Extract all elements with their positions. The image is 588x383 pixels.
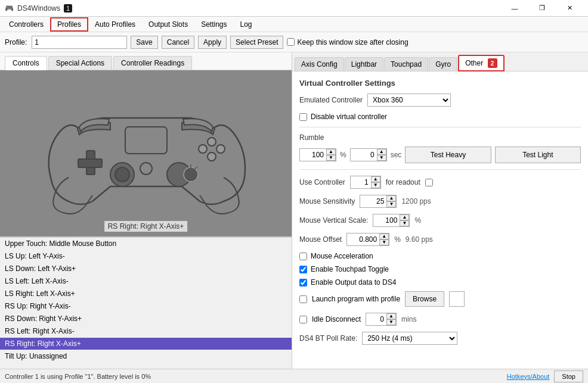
profile-label: Profile: [5,38,27,46]
rumble-heavy-unit: % [340,151,346,159]
vertical-scale-unit: % [414,216,421,225]
list-item[interactable]: LS Left: Left X-Axis- [0,275,292,288]
tab-controls[interactable]: Controls [5,56,47,70]
tab-other[interactable]: Other 2 [458,55,504,71]
menu-log[interactable]: Log [234,18,259,31]
idle-up[interactable]: ▲ [386,313,396,319]
use-controller-input[interactable] [350,176,371,189]
svg-point-7 [115,167,129,182]
menu-output-slots[interactable]: Output Slots [142,18,194,31]
tab-controller-readings[interactable]: Controller Readings [113,56,192,70]
save-button[interactable]: Save [131,36,157,49]
vertical-scale-down[interactable]: ▼ [400,220,409,226]
stop-button[interactable]: Stop [554,370,583,382]
profile-input[interactable] [32,36,127,49]
offset-input[interactable] [346,233,379,246]
readout-checkbox[interactable] [425,179,433,186]
poll-rate-select[interactable]: 250 Hz (4 ms) 500 Hz (2 ms) 1000 Hz (1 m… [362,332,457,345]
disable-virtual-row: Disable virtual controller [299,113,581,121]
menu-auto-profiles[interactable]: Auto Profiles [88,18,142,31]
for-readout-label: for readout [386,178,420,186]
menu-profiles[interactable]: Profiles [50,17,88,32]
keep-window-checkbox[interactable] [287,38,295,46]
list-item[interactable]: RS Up: Right Y-Axis- [0,300,292,313]
poll-rate-label: DS4 BT Poll Rate: [299,334,357,342]
output-ds4-label: Enable Output data to DS4 [311,278,396,287]
svg-point-4 [199,145,207,153]
maximize-button[interactable]: ❐ [528,2,556,14]
rumble-light-up[interactable]: ▲ [377,149,386,155]
use-controller-label: Use Controller [299,178,345,186]
sensitivity-up[interactable]: ▲ [386,195,396,201]
launch-program-checkbox[interactable] [299,295,307,303]
right-tab-bar: Axis Config Lightbar Touchpad Gyro Other… [292,52,588,71]
rumble-heavy-down[interactable]: ▼ [326,155,336,161]
rumble-title: Rumble [299,133,581,142]
window-controls: — ❐ ✕ [501,2,583,14]
offset-down[interactable]: ▼ [379,239,389,245]
disable-virtual-checkbox[interactable] [299,113,307,121]
touchpad-toggle-label: Enable Touchpad Toggle [311,265,389,273]
list-item[interactable]: LS Down: Left Y-Axis+ [0,263,292,275]
color-picker[interactable] [449,291,465,307]
virtual-controller-title: Virtual Controller Settings [299,79,581,88]
menu-settings[interactable]: Settings [194,18,233,31]
close-button[interactable]: ✕ [556,2,583,14]
minimize-button[interactable]: — [501,2,528,14]
browse-button[interactable]: Browse [405,291,444,307]
cancel-button[interactable]: Cancel [162,36,194,49]
emulated-controller-select[interactable]: Xbox 360 DualShock 4 [367,94,451,107]
mouse-accel-row: Mouse Acceleration [299,252,581,260]
test-heavy-button[interactable]: Test Heavy [405,147,491,163]
tab-lightbar[interactable]: Lightbar [345,57,383,71]
sensitivity-down[interactable]: ▼ [386,201,396,207]
list-item[interactable]: LS Right: Left X-Axis+ [0,288,292,300]
use-controller-up[interactable]: ▲ [371,176,380,182]
use-controller-down[interactable]: ▼ [371,182,380,188]
rumble-light-down[interactable]: ▼ [377,155,386,161]
controller-display: RS Right: Right X-Axis+ [0,70,292,237]
vertical-scale-input[interactable] [373,214,400,227]
select-preset-button[interactable]: Select Preset [230,36,283,49]
rumble-heavy-up[interactable]: ▲ [326,149,336,155]
bindings-list: Upper Touch: Middle Mouse Button LS Up: … [0,237,292,369]
sensitivity-input[interactable] [360,195,386,208]
status-bar: Controller 1 is using Profile "1". Batte… [0,369,588,383]
menu-controllers[interactable]: Controllers [2,18,50,31]
tab-special-actions[interactable]: Special Actions [48,56,112,70]
vertical-scale-up[interactable]: ▲ [400,214,409,220]
idle-unit: mins [401,315,416,323]
list-item[interactable]: Upper Touch: Middle Mouse Button [0,238,292,250]
rumble-row: ▲ ▼ % ▲ ▼ sec Test Heavy Test Light [299,147,581,163]
offset-up[interactable]: ▲ [379,233,389,239]
list-item[interactable]: RS Left: Right X-Axis- [0,325,292,338]
offset-pps: 9.60 pps [406,235,433,244]
list-item[interactable]: Tilt Up: Unassigned [0,350,292,363]
idle-disconnect-checkbox[interactable] [299,316,307,323]
test-light-button[interactable]: Test Light [495,147,581,163]
apply-button[interactable]: Apply [198,36,227,49]
tab-gyro[interactable]: Gyro [429,57,457,71]
left-tab-bar: Controls Special Actions Controller Read… [0,52,292,70]
rumble-heavy-input[interactable] [299,148,326,161]
idle-value-input[interactable] [366,313,386,326]
mouse-sensitivity-row: Mouse Sensitivity ▲ ▼ 1200 pps [299,195,581,208]
idle-disconnect-row: Idle Disconnect ▲ ▼ mins [299,313,581,326]
hotkeys-about-link[interactable]: Hotkeys/About [507,373,550,380]
output-ds4-checkbox[interactable] [299,279,307,287]
output-ds4-row: Enable Output data to DS4 [299,278,581,287]
status-right: Hotkeys/About Stop [507,370,583,382]
rumble-light-input[interactable] [350,148,377,161]
touchpad-toggle-checkbox[interactable] [299,266,307,273]
tab-touchpad[interactable]: Touchpad [384,57,428,71]
list-item[interactable]: LS Up: Left Y-Axis- [0,250,292,263]
svg-rect-12 [125,127,167,154]
launch-program-row: Launch program with profile Browse [299,291,581,307]
svg-point-13 [140,163,152,175]
idle-down[interactable]: ▼ [386,319,396,325]
list-item-selected[interactable]: RS Right: Right X-Axis+ [0,338,292,350]
vertical-scale-label: Mouse Vertical Scale: [299,216,368,225]
list-item[interactable]: RS Down: Right Y-Axis+ [0,313,292,325]
tab-axis-config[interactable]: Axis Config [295,57,344,71]
mouse-accel-checkbox[interactable] [299,253,307,260]
